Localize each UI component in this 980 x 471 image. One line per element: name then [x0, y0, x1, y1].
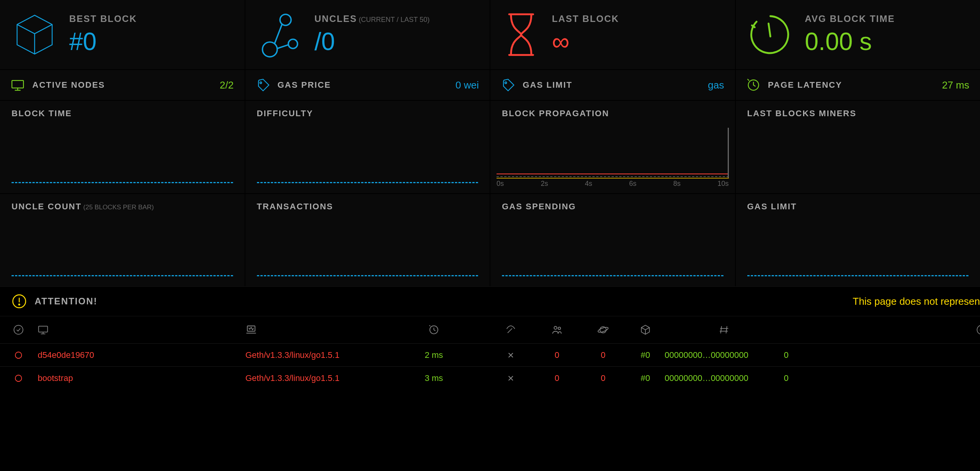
last-block-value: ∞: [552, 27, 619, 56]
status-icon: [7, 351, 30, 359]
node-latency: 3 ms: [380, 373, 488, 383]
gas-limit-chart-label: GAS LIMIT: [747, 202, 797, 211]
page-latency-value: 27 ms: [942, 79, 969, 91]
last-block-label: LAST BLOCK: [552, 13, 619, 24]
svg-point-9: [14, 325, 23, 334]
difficulty-label: DIFFICULTY: [257, 109, 313, 118]
node-uncles: 0: [938, 350, 980, 360]
svg-point-16: [598, 326, 608, 333]
chart-last-blocks-miners: LAST BLOCKS MINERS: [736, 101, 980, 193]
uncles-icon: [257, 12, 303, 58]
svg-point-17: [977, 325, 980, 334]
chart-placeholder: [12, 275, 233, 276]
node-pending: 0: [580, 350, 626, 360]
hero-last-block: LAST BLOCK ∞: [490, 0, 735, 69]
svg-rect-11: [247, 326, 255, 331]
svg-point-1: [262, 42, 277, 57]
node-block: #0: [626, 350, 665, 360]
check-icon[interactable]: [938, 324, 980, 335]
svg-point-13: [554, 326, 557, 329]
laptop-icon[interactable]: [245, 324, 380, 336]
chart-block-propagation: BLOCK PROPAGATION 0s 2s 4s 6s 8s 10s: [490, 101, 735, 193]
hash-icon[interactable]: [665, 324, 784, 335]
tick-10s: 10s: [717, 180, 728, 188]
check-icon[interactable]: [7, 324, 30, 335]
node-table-body: d54e0de19670 Geth/v1.3.3/linux/go1.5.1 2…: [0, 343, 980, 389]
tick-8s: 8s: [673, 180, 681, 188]
mid-gas-limit: GAS LIMIT gas: [490, 70, 735, 100]
mining-off-icon: [488, 351, 534, 360]
charts-row-2: UNCLE COUNT (25 BLOCKS PER BAR) TRANSACT…: [0, 194, 980, 286]
chart-placeholder: [502, 275, 723, 276]
people-icon[interactable]: [534, 324, 580, 336]
gauge-icon: [747, 12, 793, 58]
monitor-icon: [11, 78, 25, 92]
hero-uncles: UNCLES (CURRENT / LAST 50) /0: [245, 0, 490, 69]
node-peers: 0: [534, 373, 580, 383]
chart-placeholder: [12, 182, 233, 183]
charts-row-1: BLOCK TIME DIFFICULTY BLOCK PROPAGATION …: [0, 101, 980, 193]
table-row[interactable]: bootstrap Geth/v1.3.3/linux/go1.5.1 3 ms…: [0, 366, 980, 389]
chart-gas-spending: GAS SPENDING: [490, 194, 735, 286]
page-latency-label: PAGE LATENCY: [768, 80, 935, 90]
node-block: #0: [626, 373, 665, 383]
tag-icon: [256, 78, 270, 92]
hero-best-block: BEST BLOCK #0: [0, 0, 245, 69]
tick-2s: 2s: [541, 180, 548, 188]
planet-icon[interactable]: [580, 324, 626, 335]
svg-point-14: [558, 327, 560, 329]
hero-row: BEST BLOCK #0 UNCLES (CURRENT / LAST 50)…: [0, 0, 980, 69]
attention-scroll-text: This page does not represen: [853, 296, 980, 307]
attention-label: ATTENTION!: [35, 296, 98, 307]
svg-rect-3: [12, 80, 23, 88]
block-time-label: BLOCK TIME: [12, 109, 72, 118]
svg-point-8: [19, 304, 20, 305]
hero-avg-block-time: AVG BLOCK TIME 0.00 s: [736, 0, 980, 69]
active-nodes-label: ACTIVE NODES: [32, 80, 212, 90]
svg-point-4: [260, 82, 262, 84]
gas-price-label: GAS PRICE: [278, 80, 448, 90]
svg-point-18: [15, 352, 22, 358]
warning-icon: [12, 294, 27, 309]
svg-point-5: [505, 82, 507, 84]
tick-4s: 4s: [585, 180, 592, 188]
monitor-icon[interactable]: [30, 324, 245, 335]
best-block-label: BEST BLOCK: [69, 13, 137, 24]
avg-block-time-value: 0.00 s: [805, 27, 895, 56]
chart-gas-limit: GAS LIMIT: [736, 194, 980, 286]
node-txs: 0: [784, 350, 861, 360]
avg-block-time-label: AVG BLOCK TIME: [805, 13, 895, 24]
node-latency: 2 ms: [380, 350, 488, 360]
uncles-sublabel: (CURRENT / LAST 50): [359, 16, 430, 23]
status-icon: [7, 374, 30, 382]
node-client: Geth/v1.3.3/linux/go1.5.1: [245, 373, 380, 383]
mid-page-latency: PAGE LATENCY 27 ms: [736, 70, 980, 100]
node-client: Geth/v1.3.3/linux/go1.5.1: [245, 350, 380, 360]
node-peers: 0: [534, 350, 580, 360]
table-row[interactable]: d54e0de19670 Geth/v1.3.3/linux/go1.5.1 2…: [0, 343, 980, 366]
propagation-chart: [497, 174, 729, 179]
node-hash: 00000000…00000000: [665, 350, 784, 360]
active-nodes-value: 2/2: [220, 79, 233, 91]
uncle-count-label: UNCLE COUNT: [12, 202, 82, 211]
cube-icon: [12, 12, 58, 58]
svg-point-2: [288, 39, 297, 48]
clock-icon[interactable]: [380, 324, 488, 335]
gas-spending-label: GAS SPENDING: [502, 202, 576, 211]
cube-small-icon[interactable]: [626, 324, 665, 335]
chart-difficulty: DIFFICULTY: [245, 101, 490, 193]
best-block-value: #0: [69, 27, 137, 56]
chart-uncle-count: UNCLE COUNT (25 BLOCKS PER BAR): [0, 194, 245, 286]
node-pending: 0: [580, 373, 626, 383]
chart-placeholder: [257, 275, 478, 276]
tag-icon: [501, 78, 515, 92]
tick-0s: 0s: [497, 180, 504, 188]
pickaxe-icon[interactable]: [488, 324, 534, 335]
node-uncles: 0: [938, 373, 980, 383]
node-txs: 0: [784, 373, 861, 383]
node-table-header: [0, 316, 980, 343]
mid-active-nodes: ACTIVE NODES 2/2: [0, 70, 245, 100]
node-name: bootstrap: [30, 373, 245, 383]
block-propagation-label: BLOCK PROPAGATION: [502, 109, 609, 118]
node-hash: 00000000…00000000: [665, 373, 784, 383]
